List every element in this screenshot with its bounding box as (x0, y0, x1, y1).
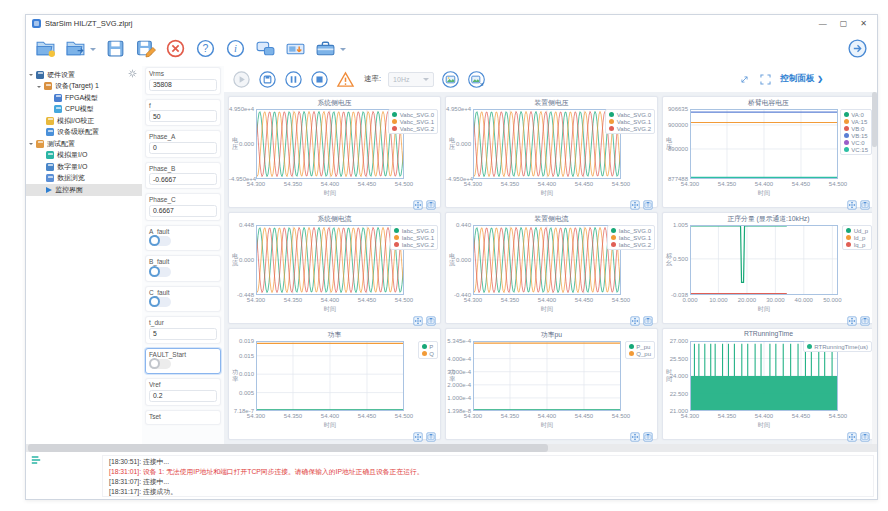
x-axis-tick: 54.400 (532, 181, 562, 187)
Vref-input[interactable]: 0.2 (149, 390, 217, 402)
toolbox-icon[interactable] (315, 38, 336, 59)
fit-view-icon[interactable] (630, 196, 640, 206)
tree-item-8[interactable]: 模拟量I/O (26, 150, 142, 162)
f-input[interactable]: 50 (149, 110, 217, 122)
C_fault-toggle[interactable] (149, 297, 171, 307)
run-button-icon[interactable] (232, 70, 251, 89)
tree-item-5[interactable]: 模拟I/O校正 (26, 115, 142, 127)
expander-caret-icon[interactable] (37, 86, 41, 90)
alarm-button-icon[interactable] (336, 70, 355, 89)
close-button[interactable]: ✕ (860, 19, 867, 28)
tree-item-10[interactable]: 数据浏览 (26, 173, 142, 185)
project-tree: 硬件设置设备(Target) 1FPGA模型CPU模型模拟I/O校正设备级联配置… (26, 66, 142, 444)
transport-toolbar: 速率:10Hz控制面板❯ (224, 66, 877, 92)
save-image-icon[interactable] (426, 428, 436, 438)
A_fault-toggle[interactable] (149, 236, 171, 246)
quick-nav-icon[interactable] (847, 38, 868, 59)
t_dur-input[interactable]: 5 (149, 328, 217, 340)
record-button-icon[interactable] (258, 70, 277, 89)
save-image-icon[interactable] (643, 428, 653, 438)
legend-entry: Iabc_SVG.2 (394, 242, 434, 248)
save-image-icon[interactable] (426, 196, 436, 206)
stop-button-icon[interactable] (310, 70, 329, 89)
legend-dot-icon (611, 235, 616, 240)
scrollbar-thumb[interactable] (872, 92, 877, 147)
fit-view-icon[interactable] (847, 428, 857, 438)
dropdown-caret-icon[interactable] (340, 48, 346, 54)
save-image-icon[interactable] (860, 312, 870, 322)
B_fault-toggle[interactable] (149, 267, 171, 277)
minimize-button[interactable]: — (819, 19, 827, 28)
fit-view-icon[interactable] (630, 312, 640, 322)
save-image-icon[interactable] (643, 312, 653, 322)
Phase_C-input[interactable]: 0.6667 (149, 205, 217, 217)
fit-view-icon[interactable] (413, 312, 423, 322)
tree-item-7[interactable]: 测试配置 (26, 138, 142, 150)
play-icon (46, 187, 52, 193)
save-image-icon[interactable] (643, 196, 653, 206)
open-project-icon[interactable] (35, 38, 56, 59)
plot-area[interactable] (256, 225, 404, 295)
Phase_A-input[interactable]: 0 (149, 142, 217, 154)
tree-item-6[interactable]: 设备级联配置 (26, 127, 142, 139)
download-to-device-icon[interactable] (285, 38, 306, 59)
pan-arrows-icon[interactable] (738, 73, 751, 86)
y-axis-tick: 890000 (663, 146, 688, 152)
tree-item-9[interactable]: 数字量I/O (26, 161, 142, 173)
fit-view-icon[interactable] (630, 428, 640, 438)
save-as-icon[interactable] (135, 38, 156, 59)
expander-caret-icon[interactable] (29, 143, 33, 147)
feedback-icon[interactable] (255, 38, 276, 59)
y-axis-tick: 0.500 (663, 256, 688, 262)
dropdown-caret-icon[interactable] (90, 48, 96, 54)
rate-select[interactable]: 10Hz (388, 72, 434, 87)
help-icon[interactable]: ? (195, 38, 216, 59)
plot-area[interactable] (256, 341, 404, 411)
open-file-icon[interactable] (65, 38, 86, 59)
plot-area[interactable] (690, 109, 838, 179)
tree-item-1[interactable]: 硬件设置 (26, 69, 142, 81)
plot-area[interactable] (256, 109, 404, 179)
tree-item-3[interactable]: FPGA模型 (26, 92, 142, 104)
fullscreen-icon[interactable] (759, 73, 772, 86)
export-image-icon[interactable] (467, 70, 486, 89)
fit-view-icon[interactable] (847, 312, 857, 322)
rate-value: 10Hz (393, 76, 409, 83)
tree-settings-gear-icon[interactable] (127, 68, 138, 79)
plot-area[interactable] (690, 225, 838, 295)
x-axis-tick: 54.450 (786, 181, 816, 187)
save-image-icon[interactable] (860, 428, 870, 438)
tree-item-2[interactable]: 设备(Target) 1 (26, 81, 142, 93)
control-panel-link[interactable]: 控制面板❯ (780, 73, 823, 85)
expander-caret-icon[interactable] (29, 74, 33, 78)
fit-view-icon[interactable] (413, 428, 423, 438)
legend-entry: Id_p (846, 235, 868, 241)
FAULT_Start-toggle[interactable] (149, 359, 171, 369)
vertical-scrollbar[interactable] (872, 92, 877, 444)
scrollbar-thumb[interactable] (28, 444, 548, 452)
x-axis-tick: 54.500 (389, 181, 419, 187)
snapshot-icon[interactable] (441, 70, 460, 89)
legend-label: VA:0 (851, 112, 864, 118)
fit-view-icon[interactable] (847, 196, 857, 206)
plot-area[interactable] (473, 109, 621, 179)
close-project-icon[interactable] (165, 38, 186, 59)
Vrms-input[interactable]: 35808 (149, 79, 217, 91)
chart-7: 功率功 率0.0190.0150.0100.0057.18e-754.30054… (228, 328, 441, 440)
plot-area[interactable] (473, 225, 621, 295)
tree-item-4[interactable]: CPU模型 (26, 104, 142, 116)
save-icon[interactable] (105, 38, 126, 59)
legend-dot-icon (844, 147, 849, 152)
x-axis-tick: 54.300 (241, 297, 271, 303)
Phase_B-input[interactable]: -0.6667 (149, 173, 217, 185)
plot-area[interactable] (473, 341, 621, 411)
pause-button-icon[interactable] (284, 70, 303, 89)
save-image-icon[interactable] (426, 312, 436, 322)
info-icon[interactable]: i (225, 38, 246, 59)
tree-item-11[interactable]: 监控界面 (26, 184, 142, 196)
horizontal-scrollbar[interactable] (26, 444, 877, 452)
maximize-button[interactable]: ▢ (840, 19, 848, 28)
log-toggle-icon[interactable] (30, 454, 42, 466)
save-image-icon[interactable] (860, 196, 870, 206)
fit-view-icon[interactable] (413, 196, 423, 206)
